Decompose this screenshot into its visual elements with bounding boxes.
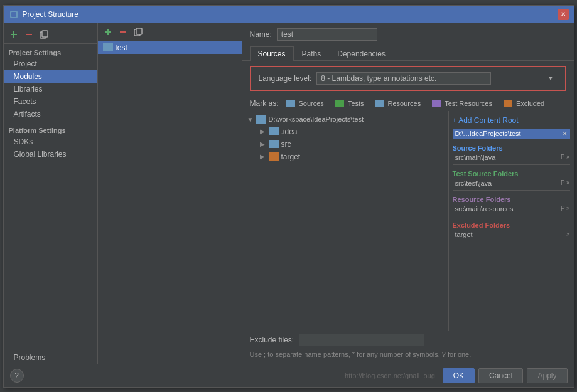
excluded-folders-title: Excluded Folders [453,219,570,230]
resource-folders-title: Resource Folders [453,193,570,204]
watermark: http://blog.csdn.net/gnail_oug [345,372,435,379]
sidebar-item-project[interactable]: Project [4,58,97,70]
add-content-root-button[interactable]: + Add Content Root [453,115,570,126]
ok-button[interactable]: OK [443,368,475,383]
sources-tree: ▼ D:\workspace\IdeaProjects\test ▶ .idea… [242,111,448,331]
resource-folder-p-action[interactable]: P [561,205,565,212]
modules-tree-panel: test [98,23,242,364]
sep3 [453,216,570,216]
sidebar-item-problems[interactable]: Problems [4,351,97,364]
title-bar: Project Structure ✕ [4,6,574,23]
src-folder-label: src [281,140,291,149]
close-button[interactable]: ✕ [558,9,569,20]
target-folder-label: target [281,152,301,161]
target-expand-arrow: ▶ [260,153,266,160]
svg-rect-11 [136,28,142,34]
project-path-close[interactable]: ✕ [562,130,568,138]
content-panel: Name: Sources Paths Dependencies Languag… [242,23,574,364]
test-source-folder-entry: src\test\java P × [453,179,570,188]
svg-rect-6 [42,31,48,37]
test-folder-remove-action[interactable]: × [566,179,570,186]
target-folder-item[interactable]: ▶ target [245,151,446,163]
sep2 [453,190,570,191]
source-folder-p-action[interactable]: P [561,154,565,161]
tree-remove-button[interactable] [117,26,129,38]
mark-resources-button[interactable]: Resources [372,98,425,109]
tree-toolbar [98,23,242,41]
project-path-label: D:\...IdeaProjects\test [455,130,521,137]
sidebar-item-global-libraries[interactable]: Global Libraries [4,148,97,161]
language-level-select[interactable]: 3 - JDK 1.3 5 - Generics, annotations, f… [316,72,491,85]
language-level-label: Language level: [259,74,312,83]
sidebar-toolbar [4,26,97,44]
source-folder-entry: src\main\java P × [453,153,570,162]
sidebar-item-artifacts[interactable]: Artifacts [4,108,97,120]
bottom-bar: ? http://blog.csdn.net/gnail_oug OK Canc… [4,364,574,387]
root-path-item[interactable]: ▼ D:\workspace\IdeaProjects\test [245,114,446,125]
resource-folder-entry: src\main\resources P × [453,204,570,213]
exclude-input[interactable] [299,334,424,346]
test-source-folder-path: src\test\java [455,179,561,187]
cancel-button[interactable]: Cancel [478,368,523,383]
add-module-button[interactable] [8,28,20,41]
module-test-item[interactable]: test [98,41,242,54]
remove-module-button[interactable] [23,28,35,41]
tab-sources[interactable]: Sources [250,46,294,61]
tabs-row: Sources Paths Dependencies [242,46,574,61]
source-folders-title: Source Folders [453,142,570,153]
action-buttons: OK Cancel Apply [443,368,568,383]
platform-settings-section: Platform Settings [4,124,97,135]
idea-folder-label: .idea [281,127,298,136]
app-icon [9,9,19,19]
name-row: Name: [242,23,574,46]
sidebar-item-facets[interactable]: Facets [4,95,97,108]
excluded-folder-entry: target × [453,230,570,239]
svg-rect-1 [11,12,16,17]
test-folder-p-action[interactable]: P [561,179,565,186]
src-expand-arrow: ▶ [260,140,266,147]
root-path-label: D:\workspace\IdeaProjects\test [269,115,364,123]
resource-folder-remove-action[interactable]: × [566,205,570,212]
mark-tests-button[interactable]: Tests [332,98,368,109]
sources-main: ▼ D:\workspace\IdeaProjects\test ▶ .idea… [242,111,574,331]
expand-arrow: ▼ [247,116,254,123]
mark-excluded-button[interactable]: Excluded [500,98,548,109]
copy-module-button[interactable] [38,28,50,41]
sidebar: Project Settings Project Modules Librari… [4,23,98,364]
module-name: test [116,43,127,52]
exclude-label: Exclude files: [250,336,294,344]
excluded-folder-path: target [455,231,566,238]
sidebar-item-sdks[interactable]: SDKs [4,135,97,148]
mark-as-label: Mark as: [250,99,279,108]
language-level-row: Language level: 3 - JDK 1.3 5 - Generics… [250,66,566,91]
tab-paths[interactable]: Paths [294,46,330,61]
right-info-panel: + Add Content Root D:\...IdeaProjects\te… [448,111,574,331]
sidebar-item-libraries[interactable]: Libraries [4,83,97,95]
dialog-title: Project Structure [23,10,78,19]
idea-folder-item[interactable]: ▶ .idea [245,125,446,138]
mark-as-row: Mark as: Sources Tests Resources Test Re… [242,96,574,111]
project-settings-section: Project Settings [4,46,97,58]
name-label: Name: [250,30,272,39]
sep1 [453,164,570,165]
tree-add-button[interactable] [102,26,114,38]
resource-folder-path: src\main\resources [455,205,561,213]
project-path-bar: D:\...IdeaProjects\test ✕ [453,129,570,139]
source-folder-remove-action[interactable]: × [566,154,570,161]
excluded-folder-remove-action[interactable]: × [566,231,570,238]
name-input[interactable] [277,28,377,41]
tab-dependencies[interactable]: Dependencies [329,46,394,61]
sidebar-item-modules[interactable]: Modules [4,70,97,83]
exclude-files-row: Exclude files: [242,331,574,349]
exclude-hint: Use ; to separate name patterns, * for a… [242,349,574,363]
idea-expand-arrow: ▶ [260,128,266,135]
src-folder-item[interactable]: ▶ src [245,138,446,151]
mark-sources-button[interactable]: Sources [283,98,328,109]
apply-button[interactable]: Apply [527,368,567,383]
test-source-folders-title: Test Source Folders [453,167,570,179]
mark-test-resources-button[interactable]: Test Resources [428,98,496,109]
help-button[interactable]: ? [10,369,24,383]
tree-copy-button[interactable] [132,26,144,38]
project-structure-dialog: Project Structure ✕ [3,5,574,388]
source-folder-path: src\main\java [455,154,561,161]
